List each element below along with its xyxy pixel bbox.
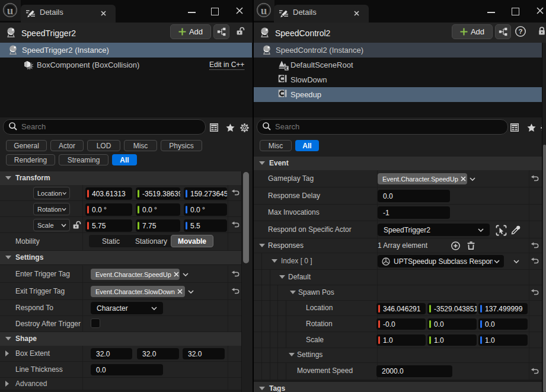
svg-text:u: u: [7, 4, 14, 17]
svg-text:u: u: [261, 4, 267, 17]
svg-text:?: ?: [518, 28, 522, 35]
